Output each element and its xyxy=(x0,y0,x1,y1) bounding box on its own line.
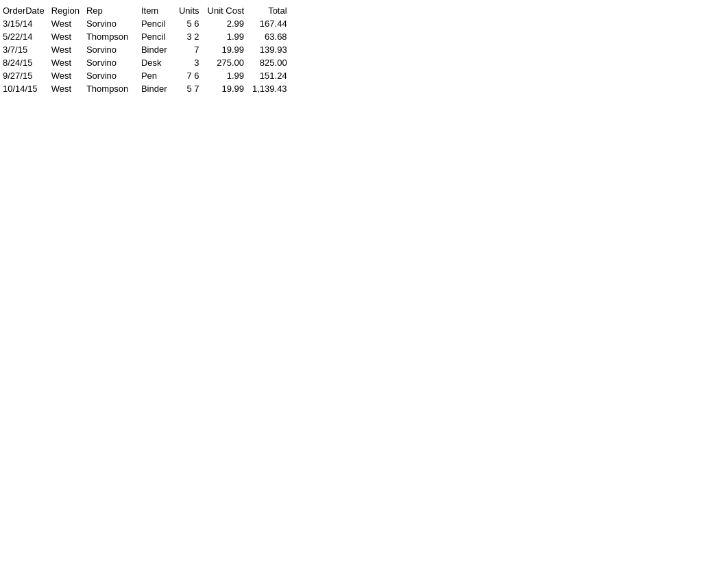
cell-units: 3 2 xyxy=(178,30,206,43)
cell-region: West xyxy=(50,17,85,30)
cell-region: West xyxy=(50,56,85,69)
header-orderdate: OrderDate xyxy=(1,4,50,17)
table-row: 10/14/15WestThompsonBinder5 719.991,139.… xyxy=(1,82,294,95)
cell-orderdate: 8/24/15 xyxy=(1,56,50,69)
cell-units: 7 6 xyxy=(178,69,206,82)
header-unitcost: Unit Cost xyxy=(206,4,251,17)
cell-orderdate: 10/14/15 xyxy=(1,82,50,95)
cell-region: West xyxy=(50,82,85,95)
cell-unitcost: 19.99 xyxy=(206,43,251,56)
cell-unitcost: 1.99 xyxy=(206,30,251,43)
cell-rep: Sorvino xyxy=(85,69,140,82)
header-rep: Rep xyxy=(85,4,140,17)
cell-item: Binder xyxy=(140,82,178,95)
header-total: Total xyxy=(251,4,294,17)
cell-rep: Thompson xyxy=(85,82,140,95)
cell-item: Pen xyxy=(140,69,178,82)
cell-total: 825.00 xyxy=(251,56,294,69)
table-row: 5/22/14WestThompsonPencil3 21.9963.68 xyxy=(1,30,294,43)
cell-total: 151.24 xyxy=(251,69,294,82)
table-header-row: OrderDate Region Rep Item Units Unit Cos… xyxy=(1,4,294,17)
cell-orderdate: 9/27/15 xyxy=(1,69,50,82)
cell-units: 5 7 xyxy=(178,82,206,95)
header-units: Units xyxy=(178,4,206,17)
cell-unitcost: 19.99 xyxy=(206,82,251,95)
cell-rep: Sorvino xyxy=(85,43,140,56)
cell-item: Pencil xyxy=(140,17,178,30)
table-row: 3/15/14WestSorvinoPencil5 62.99167.44 xyxy=(1,17,294,30)
cell-total: 167.44 xyxy=(251,17,294,30)
cell-item: Binder xyxy=(140,43,178,56)
table-row: 3/7/15WestSorvinoBinder719.99139.93 xyxy=(1,43,294,56)
cell-total: 1,139.43 xyxy=(251,82,294,95)
cell-region: West xyxy=(50,69,85,82)
header-region: Region xyxy=(50,4,85,17)
cell-region: West xyxy=(50,30,85,43)
cell-rep: Sorvino xyxy=(85,56,140,69)
cell-units: 3 xyxy=(178,56,206,69)
cell-region: West xyxy=(50,43,85,56)
cell-total: 139.93 xyxy=(251,43,294,56)
cell-orderdate: 3/15/14 xyxy=(1,17,50,30)
data-table: OrderDate Region Rep Item Units Unit Cos… xyxy=(1,4,294,95)
cell-total: 63.68 xyxy=(251,30,294,43)
cell-orderdate: 5/22/14 xyxy=(1,30,50,43)
table-row: 8/24/15WestSorvinoDesk3275.00825.00 xyxy=(1,56,294,69)
cell-item: Desk xyxy=(140,56,178,69)
table-row: 9/27/15WestSorvinoPen7 61.99151.24 xyxy=(1,69,294,82)
cell-units: 5 6 xyxy=(178,17,206,30)
cell-item: Pencil xyxy=(140,30,178,43)
header-item: Item xyxy=(140,4,178,17)
cell-rep: Thompson xyxy=(85,30,140,43)
cell-rep: Sorvino xyxy=(85,17,140,30)
cell-unitcost: 275.00 xyxy=(206,56,251,69)
cell-orderdate: 3/7/15 xyxy=(1,43,50,56)
cell-unitcost: 2.99 xyxy=(206,17,251,30)
cell-unitcost: 1.99 xyxy=(206,69,251,82)
cell-units: 7 xyxy=(178,43,206,56)
